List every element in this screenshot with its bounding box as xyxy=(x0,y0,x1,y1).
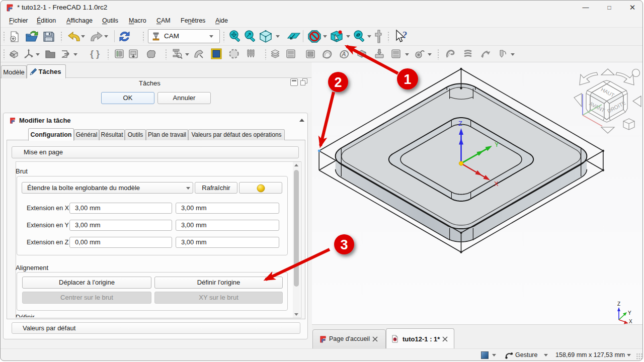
svg-text:X: X xyxy=(494,180,499,188)
svg-text:?: ? xyxy=(403,30,408,40)
svg-text:Z: Z xyxy=(617,301,620,307)
svg-text:Y: Y xyxy=(495,141,499,148)
svg-text:A: A xyxy=(341,51,346,58)
svg-text:Y: Y xyxy=(628,310,631,316)
svg-text:Z: Z xyxy=(458,120,462,127)
svg-text:{ }: { } xyxy=(90,49,100,59)
svg-text:X: X xyxy=(629,319,632,324)
